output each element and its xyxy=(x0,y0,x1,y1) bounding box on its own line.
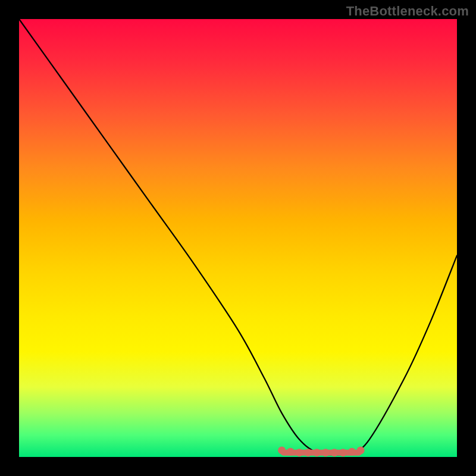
optimal-marker xyxy=(357,446,365,454)
optimal-marker xyxy=(296,449,303,456)
optimal-marker xyxy=(287,448,295,456)
optimal-range-markers xyxy=(278,446,364,456)
optimal-marker xyxy=(304,449,312,456)
chart-frame: TheBottleneck.com xyxy=(0,0,476,476)
optimal-marker xyxy=(339,449,347,456)
optimal-marker xyxy=(313,449,321,456)
optimal-marker xyxy=(330,449,338,456)
curve-path xyxy=(19,19,457,455)
plot-area xyxy=(19,19,457,457)
optimal-marker xyxy=(348,448,356,456)
bottleneck-curve xyxy=(19,19,457,455)
optimal-marker xyxy=(278,446,286,454)
curve-layer xyxy=(19,19,457,457)
optimal-marker xyxy=(322,449,330,456)
watermark-text: TheBottleneck.com xyxy=(346,4,469,19)
